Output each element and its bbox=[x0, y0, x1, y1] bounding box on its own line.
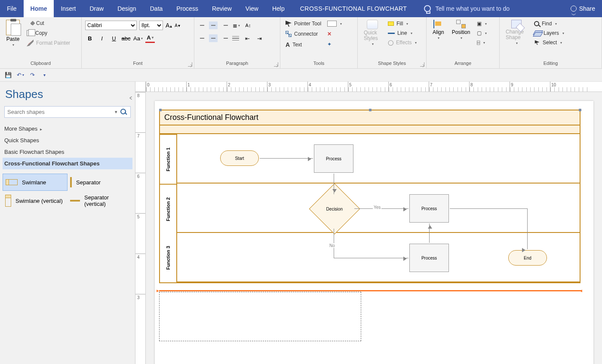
quick-styles-button[interactable]: Quick Styles▾ bbox=[361, 19, 384, 61]
shape-swimlane[interactable]: Swimlane bbox=[3, 174, 68, 191]
align-label: Align bbox=[433, 29, 444, 35]
delete-conn-button[interactable]: ✕ bbox=[326, 30, 344, 38]
rect-tool-button[interactable]: ▾ bbox=[326, 20, 344, 28]
shape-separator[interactable]: Separator bbox=[68, 174, 132, 191]
tab-home[interactable]: Home bbox=[24, 0, 54, 17]
tell-me-search[interactable]: Tell me what you want to do bbox=[415, 0, 563, 17]
stencil-more-shapes[interactable]: More Shapes▸ bbox=[3, 123, 132, 135]
font-dialog-launcher[interactable] bbox=[188, 62, 192, 67]
cross-functional-container[interactable]: Cross-Functional Flowchart Function 1 Fu… bbox=[159, 110, 580, 283]
change-shape-button[interactable]: Change Shape▾ bbox=[503, 19, 530, 61]
align-center-button[interactable] bbox=[209, 34, 218, 42]
font-size-select[interactable]: 8pt. bbox=[139, 21, 163, 30]
shape-process-3[interactable]: Process bbox=[409, 244, 449, 272]
qat-customize-button[interactable]: ▾ bbox=[40, 71, 48, 79]
undo-button[interactable]: ↶▾ bbox=[16, 71, 24, 79]
stencil-quick-shapes[interactable]: Quick Shapes bbox=[3, 135, 132, 146]
connector-tool-button[interactable]: Connector bbox=[284, 30, 323, 38]
paste-button[interactable]: Paste ▾ bbox=[3, 19, 22, 61]
align-button[interactable]: Align▾ bbox=[430, 19, 447, 61]
copy-label: Copy bbox=[35, 30, 47, 36]
shape-end[interactable]: End bbox=[508, 250, 547, 266]
collapse-panel-button[interactable]: < bbox=[129, 95, 132, 101]
shape-gallery: Swimlane Separator Swimlane (vertical) S… bbox=[3, 174, 132, 211]
cff-phase-bar[interactable] bbox=[160, 125, 580, 134]
bring-front-button[interactable]: ▣▾ bbox=[475, 20, 488, 28]
select-button[interactable]: Select▾ bbox=[532, 39, 566, 46]
tab-process[interactable]: Process bbox=[169, 0, 205, 17]
drawing-page[interactable]: Cross-Functional Flowchart Function 1 Fu… bbox=[155, 101, 593, 364]
find-label: Find bbox=[542, 21, 552, 27]
line-button[interactable]: Line▾ bbox=[386, 29, 418, 37]
conn-point-button[interactable]: ✦ bbox=[326, 40, 344, 48]
group-button[interactable]: ⌸▾ bbox=[475, 39, 488, 46]
shape-label: Swimlane (vertical) bbox=[15, 198, 63, 204]
lane-label-3[interactable]: Function 3 bbox=[160, 233, 176, 282]
search-box[interactable]: ▾ bbox=[4, 106, 131, 118]
tab-file[interactable]: File bbox=[0, 0, 24, 17]
align-left-button[interactable] bbox=[198, 34, 206, 42]
text-tool-button[interactable]: AText bbox=[284, 40, 323, 49]
shape-swimlane-vert[interactable]: Swimlane (vertical) bbox=[3, 191, 68, 211]
share-button[interactable]: Share bbox=[564, 0, 602, 17]
shape-start[interactable]: Start bbox=[220, 150, 259, 166]
align-bottom-button[interactable] bbox=[220, 21, 229, 29]
underline-button[interactable]: U bbox=[109, 34, 119, 43]
sel-handle[interactable] bbox=[159, 109, 162, 111]
style-dialog-launcher[interactable] bbox=[420, 62, 424, 67]
bullets-button[interactable]: ≣▾ bbox=[231, 21, 241, 30]
paragraph-dialog-launcher[interactable] bbox=[274, 62, 278, 67]
layers-button[interactable]: Layers▾ bbox=[532, 29, 566, 37]
save-button[interactable]: 💾 bbox=[4, 71, 12, 79]
align-top-button[interactable] bbox=[198, 21, 206, 29]
strike-button[interactable]: abc bbox=[121, 34, 131, 43]
insertion-guide[interactable] bbox=[159, 290, 581, 291]
drawing-canvas[interactable]: 012345678910 876543 Cross-Functional Flo… bbox=[135, 82, 602, 364]
indent-increase-button[interactable]: ⇥ bbox=[255, 34, 264, 43]
decrease-font-button[interactable]: A▾ bbox=[175, 23, 180, 28]
tab-design[interactable]: Design bbox=[111, 0, 143, 17]
tab-data[interactable]: Data bbox=[143, 0, 170, 17]
copy-button[interactable]: Copy bbox=[25, 29, 72, 37]
lane-label-1[interactable]: Function 1 bbox=[160, 134, 176, 184]
tab-view[interactable]: View bbox=[239, 0, 265, 17]
lane-label-2[interactable]: Function 2 bbox=[160, 184, 176, 234]
format-painter-button[interactable]: Format Painter bbox=[25, 39, 72, 47]
tab-help[interactable]: Help bbox=[265, 0, 292, 17]
redo-button[interactable]: ↷ bbox=[28, 71, 36, 79]
pointer-tool-button[interactable]: Pointer Tool bbox=[284, 20, 323, 28]
insertion-marker-right: ◂ bbox=[580, 288, 583, 291]
bold-button[interactable]: B bbox=[85, 34, 95, 43]
effects-button[interactable]: ◯Effects▾ bbox=[386, 39, 418, 46]
tab-review[interactable]: Review bbox=[205, 0, 239, 17]
case-button[interactable]: Aa▾ bbox=[133, 34, 143, 43]
indent-decrease-button[interactable]: ⇤ bbox=[243, 34, 252, 43]
drop-preview[interactable] bbox=[159, 292, 361, 341]
ribbon: Paste ▾ Cut Copy Format Painter Clipboar… bbox=[0, 17, 602, 69]
align-right-button[interactable] bbox=[220, 34, 229, 42]
tab-insert[interactable]: Insert bbox=[54, 0, 83, 17]
italic-button[interactable]: I bbox=[97, 34, 107, 43]
fill-button[interactable]: Fill▾ bbox=[386, 20, 418, 28]
cut-button[interactable]: Cut bbox=[25, 19, 72, 28]
send-back-button[interactable]: ▢▾ bbox=[475, 29, 488, 37]
stencil-basic-flowchart[interactable]: Basic Flowchart Shapes bbox=[3, 146, 132, 158]
find-button[interactable]: Find▾ bbox=[532, 20, 566, 28]
font-family-select[interactable]: Calibri bbox=[85, 21, 137, 30]
text-direction-button[interactable]: A↕ bbox=[243, 21, 253, 30]
sel-handle[interactable] bbox=[369, 109, 372, 111]
increase-font-button[interactable]: A▴ bbox=[166, 22, 172, 29]
align-justify-button[interactable] bbox=[231, 34, 240, 42]
cff-title[interactable]: Cross-Functional Flowchart bbox=[160, 110, 580, 125]
lanes-area[interactable]: Start Process Decision Process Process E… bbox=[177, 134, 580, 282]
search-input[interactable] bbox=[7, 107, 114, 116]
shape-separator-vert[interactable]: Separator (vertical) bbox=[68, 191, 132, 211]
shape-process-1[interactable]: Process bbox=[314, 144, 353, 173]
sel-handle[interactable] bbox=[579, 109, 581, 111]
position-button[interactable]: Position▾ bbox=[449, 19, 473, 61]
align-middle-button[interactable] bbox=[209, 21, 218, 29]
stencil-cross-functional[interactable]: Cross-Functional Flowchart Shapes bbox=[3, 158, 132, 169]
font-color-button[interactable]: A▾ bbox=[145, 34, 155, 43]
tab-draw[interactable]: Draw bbox=[83, 0, 111, 17]
shape-process-2[interactable]: Process bbox=[409, 194, 449, 223]
